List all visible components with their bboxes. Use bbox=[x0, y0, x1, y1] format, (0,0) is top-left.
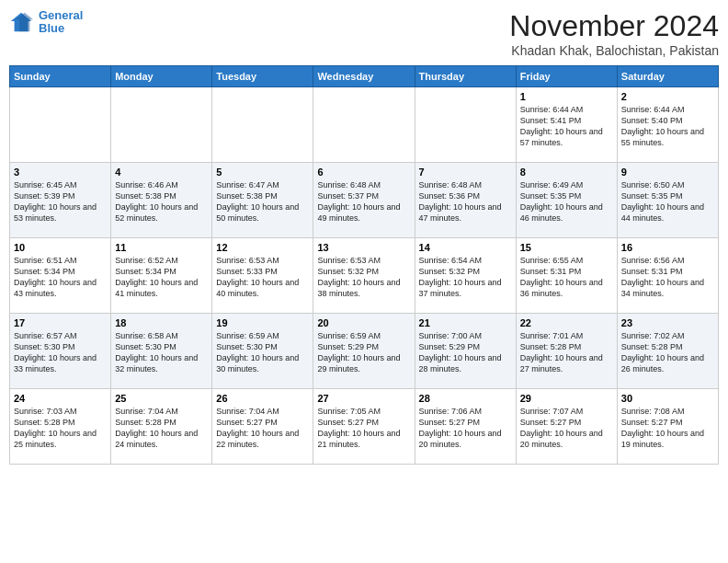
calendar-cell: 21Sunrise: 7:00 AM Sunset: 5:29 PM Dayli… bbox=[415, 314, 516, 389]
day-number: 2 bbox=[621, 91, 714, 102]
day-number: 22 bbox=[520, 317, 613, 328]
calendar-cell: 6Sunrise: 6:48 AM Sunset: 5:37 PM Daylig… bbox=[313, 163, 415, 238]
calendar-cell: 14Sunrise: 6:54 AM Sunset: 5:32 PM Dayli… bbox=[415, 238, 516, 314]
calendar-cell: 5Sunrise: 6:47 AM Sunset: 5:38 PM Daylig… bbox=[212, 163, 313, 238]
day-info: Sunrise: 7:01 AM Sunset: 5:28 PM Dayligh… bbox=[520, 330, 613, 375]
calendar-cell: 18Sunrise: 6:58 AM Sunset: 5:30 PM Dayli… bbox=[111, 314, 212, 389]
day-info: Sunrise: 6:48 AM Sunset: 5:37 PM Dayligh… bbox=[317, 179, 410, 224]
day-number: 7 bbox=[419, 167, 512, 178]
calendar-cell bbox=[212, 87, 313, 163]
calendar-cell: 3Sunrise: 6:45 AM Sunset: 5:39 PM Daylig… bbox=[10, 163, 111, 238]
day-info: Sunrise: 6:45 AM Sunset: 5:39 PM Dayligh… bbox=[14, 179, 107, 224]
day-number: 16 bbox=[621, 242, 714, 253]
calendar-cell: 9Sunrise: 6:50 AM Sunset: 5:35 PM Daylig… bbox=[617, 163, 718, 238]
calendar-cell bbox=[415, 87, 516, 163]
day-number: 25 bbox=[115, 393, 208, 404]
calendar-cell: 27Sunrise: 7:05 AM Sunset: 5:27 PM Dayli… bbox=[313, 389, 415, 465]
day-number: 8 bbox=[520, 167, 613, 178]
day-number: 6 bbox=[317, 167, 410, 178]
day-info: Sunrise: 6:53 AM Sunset: 5:32 PM Dayligh… bbox=[317, 255, 410, 300]
day-info: Sunrise: 6:47 AM Sunset: 5:38 PM Dayligh… bbox=[216, 179, 309, 224]
logo-text: General Blue bbox=[39, 9, 83, 36]
day-number: 1 bbox=[520, 91, 613, 102]
logo-icon bbox=[9, 9, 35, 35]
day-info: Sunrise: 6:56 AM Sunset: 5:31 PM Dayligh… bbox=[621, 255, 714, 300]
day-info: Sunrise: 7:04 AM Sunset: 5:28 PM Dayligh… bbox=[115, 406, 208, 451]
day-info: Sunrise: 6:59 AM Sunset: 5:30 PM Dayligh… bbox=[216, 330, 309, 375]
page-header: General Blue November 2024 Khadan Khak, … bbox=[9, 9, 719, 58]
weekday-header: Saturday bbox=[617, 66, 718, 87]
calendar-cell: 25Sunrise: 7:04 AM Sunset: 5:28 PM Dayli… bbox=[111, 389, 212, 465]
day-info: Sunrise: 6:55 AM Sunset: 5:31 PM Dayligh… bbox=[520, 255, 613, 300]
calendar-week-row: 17Sunrise: 6:57 AM Sunset: 5:30 PM Dayli… bbox=[10, 314, 719, 389]
day-info: Sunrise: 7:07 AM Sunset: 5:27 PM Dayligh… bbox=[520, 406, 613, 451]
day-info: Sunrise: 6:50 AM Sunset: 5:35 PM Dayligh… bbox=[621, 179, 714, 224]
day-number: 17 bbox=[14, 317, 107, 328]
day-number: 11 bbox=[115, 242, 208, 253]
day-info: Sunrise: 7:04 AM Sunset: 5:27 PM Dayligh… bbox=[216, 406, 309, 451]
calendar-week-row: 1Sunrise: 6:44 AM Sunset: 5:41 PM Daylig… bbox=[10, 87, 719, 163]
calendar-week-row: 24Sunrise: 7:03 AM Sunset: 5:28 PM Dayli… bbox=[10, 389, 719, 465]
day-number: 26 bbox=[216, 393, 309, 404]
day-number: 3 bbox=[14, 167, 107, 178]
calendar-cell: 17Sunrise: 6:57 AM Sunset: 5:30 PM Dayli… bbox=[10, 314, 111, 389]
day-info: Sunrise: 6:53 AM Sunset: 5:33 PM Dayligh… bbox=[216, 255, 309, 300]
calendar-table: SundayMondayTuesdayWednesdayThursdayFrid… bbox=[9, 65, 719, 465]
weekday-header: Tuesday bbox=[212, 66, 313, 87]
day-number: 10 bbox=[14, 242, 107, 253]
calendar-cell: 1Sunrise: 6:44 AM Sunset: 5:41 PM Daylig… bbox=[516, 87, 617, 163]
calendar-cell: 2Sunrise: 6:44 AM Sunset: 5:40 PM Daylig… bbox=[617, 87, 718, 163]
day-number: 12 bbox=[216, 242, 309, 253]
calendar-cell: 22Sunrise: 7:01 AM Sunset: 5:28 PM Dayli… bbox=[516, 314, 617, 389]
day-number: 14 bbox=[419, 242, 512, 253]
day-number: 23 bbox=[621, 317, 714, 328]
calendar-cell bbox=[111, 87, 212, 163]
day-info: Sunrise: 6:44 AM Sunset: 5:40 PM Dayligh… bbox=[621, 104, 714, 149]
logo-line2: Blue bbox=[39, 21, 64, 35]
day-number: 15 bbox=[520, 242, 613, 253]
day-number: 4 bbox=[115, 167, 208, 178]
weekday-header-row: SundayMondayTuesdayWednesdayThursdayFrid… bbox=[10, 66, 719, 87]
weekday-header: Wednesday bbox=[313, 66, 415, 87]
day-info: Sunrise: 6:59 AM Sunset: 5:29 PM Dayligh… bbox=[317, 330, 410, 375]
calendar-cell: 23Sunrise: 7:02 AM Sunset: 5:28 PM Dayli… bbox=[617, 314, 718, 389]
calendar-cell: 13Sunrise: 6:53 AM Sunset: 5:32 PM Dayli… bbox=[313, 238, 415, 314]
calendar-cell: 19Sunrise: 6:59 AM Sunset: 5:30 PM Dayli… bbox=[212, 314, 313, 389]
calendar-week-row: 3Sunrise: 6:45 AM Sunset: 5:39 PM Daylig… bbox=[10, 163, 719, 238]
calendar-cell: 30Sunrise: 7:08 AM Sunset: 5:27 PM Dayli… bbox=[617, 389, 718, 465]
day-number: 9 bbox=[621, 167, 714, 178]
day-info: Sunrise: 7:05 AM Sunset: 5:27 PM Dayligh… bbox=[317, 406, 410, 451]
day-number: 19 bbox=[216, 317, 309, 328]
day-number: 30 bbox=[621, 393, 714, 404]
calendar-cell: 12Sunrise: 6:53 AM Sunset: 5:33 PM Dayli… bbox=[212, 238, 313, 314]
day-info: Sunrise: 6:52 AM Sunset: 5:34 PM Dayligh… bbox=[115, 255, 208, 300]
weekday-header: Monday bbox=[111, 66, 212, 87]
day-info: Sunrise: 6:46 AM Sunset: 5:38 PM Dayligh… bbox=[115, 179, 208, 224]
calendar-cell: 28Sunrise: 7:06 AM Sunset: 5:27 PM Dayli… bbox=[415, 389, 516, 465]
logo-line1: General bbox=[39, 8, 83, 22]
logo: General Blue bbox=[9, 9, 83, 36]
day-info: Sunrise: 6:57 AM Sunset: 5:30 PM Dayligh… bbox=[14, 330, 107, 375]
day-number: 21 bbox=[419, 317, 512, 328]
day-info: Sunrise: 6:54 AM Sunset: 5:32 PM Dayligh… bbox=[419, 255, 512, 300]
calendar-cell: 24Sunrise: 7:03 AM Sunset: 5:28 PM Dayli… bbox=[10, 389, 111, 465]
day-info: Sunrise: 7:03 AM Sunset: 5:28 PM Dayligh… bbox=[14, 406, 107, 451]
main-title: November 2024 bbox=[509, 9, 719, 43]
day-number: 18 bbox=[115, 317, 208, 328]
calendar-cell: 8Sunrise: 6:49 AM Sunset: 5:35 PM Daylig… bbox=[516, 163, 617, 238]
calendar-week-row: 10Sunrise: 6:51 AM Sunset: 5:34 PM Dayli… bbox=[10, 238, 719, 314]
day-info: Sunrise: 6:58 AM Sunset: 5:30 PM Dayligh… bbox=[115, 330, 208, 375]
day-info: Sunrise: 6:49 AM Sunset: 5:35 PM Dayligh… bbox=[520, 179, 613, 224]
calendar-cell bbox=[10, 87, 111, 163]
calendar-cell: 29Sunrise: 7:07 AM Sunset: 5:27 PM Dayli… bbox=[516, 389, 617, 465]
day-info: Sunrise: 6:44 AM Sunset: 5:41 PM Dayligh… bbox=[520, 104, 613, 149]
subtitle: Khadan Khak, Balochistan, Pakistan bbox=[509, 43, 719, 58]
title-block: November 2024 Khadan Khak, Balochistan, … bbox=[509, 9, 719, 58]
calendar-cell: 4Sunrise: 6:46 AM Sunset: 5:38 PM Daylig… bbox=[111, 163, 212, 238]
day-number: 24 bbox=[14, 393, 107, 404]
calendar-cell: 7Sunrise: 6:48 AM Sunset: 5:36 PM Daylig… bbox=[415, 163, 516, 238]
day-info: Sunrise: 7:06 AM Sunset: 5:27 PM Dayligh… bbox=[419, 406, 512, 451]
calendar-cell: 16Sunrise: 6:56 AM Sunset: 5:31 PM Dayli… bbox=[617, 238, 718, 314]
calendar-cell bbox=[313, 87, 415, 163]
calendar-cell: 26Sunrise: 7:04 AM Sunset: 5:27 PM Dayli… bbox=[212, 389, 313, 465]
